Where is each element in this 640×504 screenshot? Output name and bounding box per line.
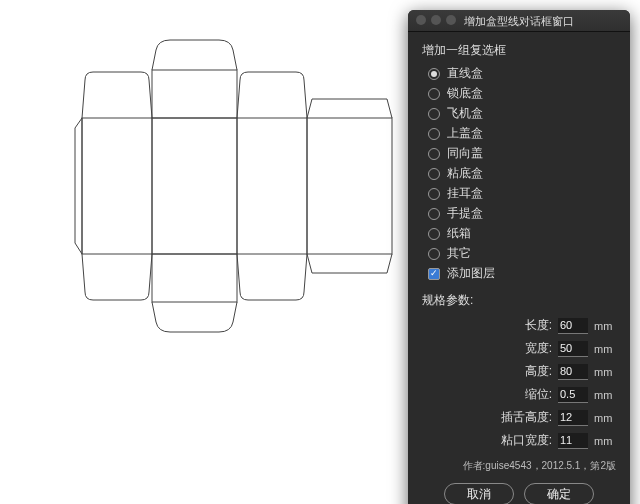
svg-rect-6	[152, 254, 237, 302]
option-handle-box[interactable]: 手提盒	[428, 205, 616, 222]
dialog-body: 增加一组复选框 直线盒 锁底盒 飞机盒 上盖盒 同向盖	[408, 32, 630, 504]
param-label: 长度:	[525, 317, 552, 334]
svg-rect-2	[152, 118, 237, 254]
unit-label: mm	[594, 343, 616, 355]
option-label: 锁底盒	[447, 85, 483, 102]
param-label: 宽度:	[525, 340, 552, 357]
spec-params: 长度: mm 宽度: mm 高度: mm 缩位: mm 插舌高度:	[422, 317, 616, 449]
glue-width-input[interactable]	[558, 433, 588, 449]
box-dieline-svg	[20, 10, 410, 490]
param-shrink: 缩位: mm	[422, 386, 616, 403]
dialog-title: 增加盒型线对话框窗口	[464, 15, 574, 27]
radio-icon[interactable]	[428, 128, 440, 140]
dialog-buttons: 取消 确定	[422, 483, 616, 504]
option-hang-ear-box[interactable]: 挂耳盒	[428, 185, 616, 202]
option-top-cover-box[interactable]: 上盖盒	[428, 125, 616, 142]
width-input[interactable]	[558, 341, 588, 357]
unit-label: mm	[594, 366, 616, 378]
param-height: 高度: mm	[422, 363, 616, 380]
option-label: 纸箱	[447, 225, 471, 242]
option-label: 直线盒	[447, 65, 483, 82]
option-label: 同向盖	[447, 145, 483, 162]
length-input[interactable]	[558, 318, 588, 334]
param-length: 长度: mm	[422, 317, 616, 334]
param-label: 粘口宽度:	[501, 432, 552, 449]
minimize-icon[interactable]	[431, 15, 441, 25]
option-glue-bottom-box[interactable]: 粘底盒	[428, 165, 616, 182]
radio-icon[interactable]	[428, 248, 440, 260]
dieline-canvas	[20, 10, 410, 490]
unit-label: mm	[594, 320, 616, 332]
zoom-icon[interactable]	[446, 15, 456, 25]
option-group-label: 增加一组复选框	[422, 42, 616, 59]
tongue-height-input[interactable]	[558, 410, 588, 426]
radio-icon[interactable]	[428, 148, 440, 160]
svg-rect-3	[237, 118, 307, 254]
ok-button[interactable]: 确定	[524, 483, 594, 504]
option-lock-bottom-box[interactable]: 锁底盒	[428, 85, 616, 102]
dialog-titlebar[interactable]: 增加盒型线对话框窗口	[408, 10, 630, 32]
param-label: 高度:	[525, 363, 552, 380]
param-width: 宽度: mm	[422, 340, 616, 357]
option-label: 挂耳盒	[447, 185, 483, 202]
param-label: 缩位:	[525, 386, 552, 403]
radio-icon[interactable]	[428, 188, 440, 200]
author-credit: 作者:guise4543，2012.5.1，第2版	[422, 459, 616, 473]
option-label: 上盖盒	[447, 125, 483, 142]
unit-label: mm	[594, 412, 616, 424]
radio-icon[interactable]	[428, 88, 440, 100]
option-label: 飞机盒	[447, 105, 483, 122]
option-label: 手提盒	[447, 205, 483, 222]
param-tongue-height: 插舌高度: mm	[422, 409, 616, 426]
shrink-input[interactable]	[558, 387, 588, 403]
window-controls[interactable]	[416, 15, 456, 25]
checkbox-icon[interactable]	[428, 268, 440, 280]
unit-label: mm	[594, 435, 616, 447]
radio-icon[interactable]	[428, 168, 440, 180]
box-type-options: 直线盒 锁底盒 飞机盒 上盖盒 同向盖 粘底盒	[428, 65, 616, 282]
option-label: 其它	[447, 245, 471, 262]
option-other[interactable]: 其它	[428, 245, 616, 262]
param-label: 插舌高度:	[501, 409, 552, 426]
option-label: 添加图层	[447, 265, 495, 282]
radio-icon[interactable]	[428, 108, 440, 120]
height-input[interactable]	[558, 364, 588, 380]
param-glue-width: 粘口宽度: mm	[422, 432, 616, 449]
spec-params-label: 规格参数:	[422, 292, 616, 309]
radio-icon[interactable]	[428, 68, 440, 80]
option-same-direction-cover[interactable]: 同向盖	[428, 145, 616, 162]
option-airplane-box[interactable]: 飞机盒	[428, 105, 616, 122]
radio-icon[interactable]	[428, 208, 440, 220]
close-icon[interactable]	[416, 15, 426, 25]
option-straight-box[interactable]: 直线盒	[428, 65, 616, 82]
svg-rect-5	[152, 70, 237, 118]
svg-rect-1	[82, 118, 152, 254]
svg-rect-4	[307, 118, 392, 254]
option-carton[interactable]: 纸箱	[428, 225, 616, 242]
unit-label: mm	[594, 389, 616, 401]
option-label: 粘底盒	[447, 165, 483, 182]
radio-icon[interactable]	[428, 228, 440, 240]
cancel-button[interactable]: 取消	[444, 483, 514, 504]
option-add-layer[interactable]: 添加图层	[428, 265, 616, 282]
box-dialog: 增加盒型线对话框窗口 增加一组复选框 直线盒 锁底盒 飞机盒 上盖盒 同	[408, 10, 630, 504]
